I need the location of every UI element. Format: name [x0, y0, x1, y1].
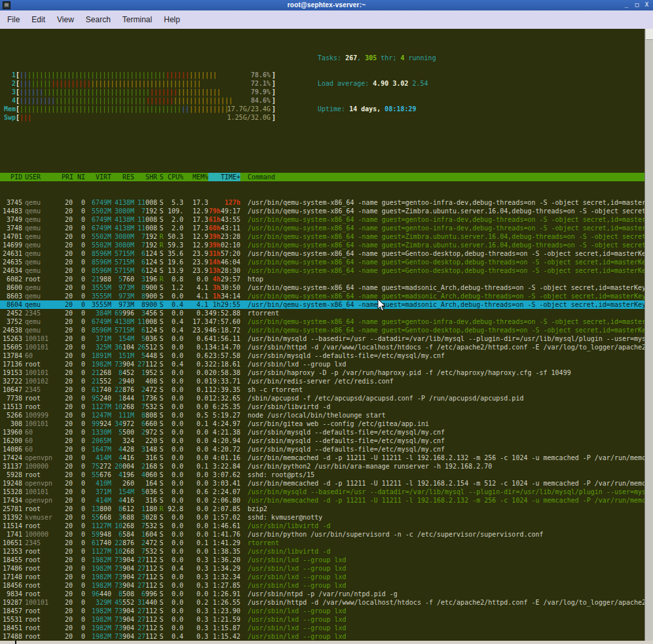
- process-row[interactable]: 3745qemu2006749M4138M11008S5.317.3127h/u…: [0, 198, 653, 207]
- process-row[interactable]: 11513root2001127M102687532S0.00.06:25.35…: [0, 402, 653, 411]
- process-row[interactable]: 17136root2001982M7390427112S0.40.322:18.…: [0, 360, 653, 368]
- process-row[interactable]: 5928root2005567641964060S0.00.03:07.62ss…: [0, 471, 653, 479]
- column-header-mem[interactable]: MEM%: [183, 173, 208, 181]
- process-row[interactable]: 6082root2002198857603196R0.80.04h29:57ht…: [0, 275, 653, 283]
- process-row[interactable]: 18457root2001982M7390427112S0.00.31:23.9…: [0, 607, 653, 615]
- process-row[interactable]: 17411000002005994865841604S0.00.01:41.76…: [0, 530, 653, 539]
- process-row[interactable]: 17434openvpn200414M4416316S0.00.02:06.80…: [0, 496, 653, 505]
- close-button[interactable]: X: [643, 1, 651, 9]
- process-row[interactable]: 7738root2009524018441736S0.00.012:32.65/…: [0, 394, 653, 402]
- column-header-command[interactable]: Command: [248, 173, 653, 181]
- process-row[interactable]: 10651234520061740228762472S0.00.11:41.29…: [0, 539, 653, 547]
- menu-view[interactable]: View: [51, 13, 80, 26]
- process-row[interactable]: 3113710000020075272200042168S0.00.13:22.…: [0, 462, 653, 471]
- process-row[interactable]: 17488root2001982M7390427112S0.40.31:15.4…: [0, 632, 653, 641]
- column-header-pid[interactable]: PID: [0, 173, 22, 181]
- process-row[interactable]: 14483qemu2005502M3080M7192S109.12.979h49…: [0, 207, 653, 215]
- cell-shr: 1180: [134, 505, 157, 513]
- column-header-user[interactable]: USER: [25, 173, 62, 181]
- cell-ni: 0: [73, 224, 85, 232]
- process-row[interactable]: 14701qemu2005502M3080M7192R50.312.939h23…: [0, 232, 653, 241]
- column-header-time[interactable]: TIME+: [208, 173, 240, 181]
- cell-user: root: [25, 615, 62, 624]
- process-row[interactable]: 17486root2001982M7390427112S0.40.31:34.2…: [0, 564, 653, 573]
- process-row[interactable]: 15605100101200325M3610426512S0.00.134:14…: [0, 343, 653, 351]
- cell-shr: 3148: [134, 445, 157, 454]
- process-row[interactable]: 8603qemu2003555M973M8900S0.04.11h34:14/u…: [0, 292, 653, 300]
- process-row[interactable]: 32722100102200215522940408S0.00.019:33.7…: [0, 377, 653, 385]
- menu-terminal[interactable]: Terminal: [117, 13, 158, 26]
- process-row[interactable]: 3748qemu2006749M4138M11008S2.017.360h43:…: [0, 224, 653, 232]
- cell-pri: 20: [62, 385, 73, 394]
- cell-mem: 0.3: [183, 360, 208, 368]
- process-row[interactable]: 18456root2001982M7390427112S0.00.31:27.8…: [0, 581, 653, 590]
- process-row[interactable]: 12353root2001127M102687532S0.00.01:38.35…: [0, 547, 653, 556]
- cell-pri: 20: [62, 343, 73, 351]
- process-row[interactable]: 10647234520061740228762472S0.00.112:39.3…: [0, 385, 653, 394]
- column-header-s[interactable]: S: [157, 173, 166, 181]
- cell-pid: 31137: [0, 462, 22, 471]
- process-row[interactable]: 8604qemu2003555M973M8900S0.44.11h29:55/u…: [0, 300, 653, 309]
- process-row[interactable]: 8600qemu2003555M973M8900S1.24.13h30:50/u…: [0, 283, 653, 292]
- process-row[interactable]: 18451root2001982M7390427112S0.00.31:15.8…: [0, 624, 653, 632]
- process-row[interactable]: 19287100101200329M4555231440S0.00.21:26.…: [0, 598, 653, 607]
- cell-command: /usr/bin/mysqld --basedir=/usr --datadir…: [248, 334, 653, 343]
- process-row[interactable]: 15328100101200371M154M5036S0.00.62:24.07…: [0, 488, 653, 496]
- process-row[interactable]: 24522345200384M699963456S0.00.349:52.88r…: [0, 309, 653, 317]
- process-row[interactable]: 3749qemu2006749M4138M11008S2.017.361h43:…: [0, 215, 653, 224]
- cell-mem: 0.0: [183, 547, 208, 556]
- cell-command: /usr/bin/qemu-system-x86_64 -name guest=…: [248, 300, 653, 309]
- process-row[interactable]: 17424openvpn200414M4416316S0.00.04:01.16…: [0, 454, 653, 462]
- cell-virt: 1647M: [85, 445, 111, 454]
- process-row[interactable]: 16200602002065M324220S0.00.04:20.94/usr/…: [0, 437, 653, 445]
- cell-state: S: [157, 283, 166, 292]
- process-row[interactable]: 15531root2001982M7390427112S0.00.31:21.5…: [0, 615, 653, 624]
- process-row[interactable]: 24635qemu2008596M5715M6124S19.623.914h46…: [0, 258, 653, 266]
- cell-res: 111M: [111, 411, 134, 420]
- cell-command: /usr/bin/mysqld --basedir=/usr --datadir…: [248, 488, 653, 496]
- menu-help[interactable]: Help: [158, 13, 186, 26]
- minimize-button[interactable]: _: [622, 1, 631, 9]
- terminal-scrollbar[interactable]: [644, 29, 653, 644]
- process-row[interactable]: 191531001012002126884521952S0.00.020:58.…: [0, 368, 653, 377]
- cell-ni: 0: [73, 351, 85, 360]
- process-row[interactable]: 3752qemu2006749M4138M11008S0.417.347:57.…: [0, 317, 653, 326]
- process-row[interactable]: 17148root2001982M7390427112S0.00.31:32.3…: [0, 573, 653, 581]
- process-row[interactable]: 52661009992001247M111M8808S0.00.55:19.27…: [0, 411, 653, 420]
- process-row[interactable]: 14699qemu2005502M3080M7192R59.312.939h02…: [0, 241, 653, 249]
- process-row[interactable]: 31392kvmuser2005566836883028S0.00.01:57.…: [0, 513, 653, 522]
- process-row[interactable]: 14086602001647M44283148S0.00.04:20.72/us…: [0, 445, 653, 454]
- process-row[interactable]: 24631qemu2008596M5715M6124S35.623.931h57…: [0, 249, 653, 258]
- process-row[interactable]: 19248openvpn200410M260164S0.00.03:03.41/…: [0, 479, 653, 488]
- column-header-virt[interactable]: VIRT: [85, 173, 111, 181]
- cell-pid: 7738: [0, 394, 22, 402]
- column-header-res[interactable]: RES: [111, 173, 134, 181]
- column-header-ni[interactable]: NI: [73, 173, 85, 181]
- column-header-shr[interactable]: SHR: [134, 173, 157, 181]
- load-average-line: Load average: 4.90 3.02 2.54: [318, 79, 436, 88]
- process-row[interactable]: 15263100101200371M154M5036S0.00.641:56.1…: [0, 334, 653, 343]
- menu-search[interactable]: Search: [80, 13, 117, 26]
- process-row[interactable]: 13960602001330M55002972S0.00.04:21.38/us…: [0, 428, 653, 437]
- process-row[interactable]: 11514root2001127M102687532S0.00.01:46.61…: [0, 522, 653, 530]
- menu-file[interactable]: File: [1, 13, 26, 26]
- cell-time: 1:26.55: [208, 598, 240, 607]
- maximize-button[interactable]: □: [633, 1, 641, 9]
- cell-shr: 8900: [134, 300, 157, 309]
- cell-res: 973M: [111, 300, 134, 309]
- column-header-cpu[interactable]: CPU%: [166, 173, 183, 181]
- process-row[interactable]: 18455root2001982M7390427112S0.00.31:36.2…: [0, 556, 653, 564]
- process-row[interactable]: 13784602001891M151M5448S0.00.623:57.58/u…: [0, 351, 653, 360]
- cell-ni: 0: [73, 428, 85, 437]
- menu-edit[interactable]: Edit: [26, 13, 51, 26]
- title-bar[interactable]: root@sephtex-vserver:~ _ □ X: [0, 0, 653, 10]
- process-row[interactable]: 9834root2009644085086996S0.00.01:26.91/u…: [0, 590, 653, 598]
- process-row[interactable]: 24638qemu2008596M5715M6124S0.423.946:18.…: [0, 326, 653, 334]
- process-row[interactable]: 25781root2001380086121180R92.80.02:07.85…: [0, 505, 653, 513]
- process-row[interactable]: 24634qemu2008596M5715M6124S13.923.913h28…: [0, 266, 653, 275]
- scrollbar-thumb[interactable]: [646, 29, 653, 40]
- column-header-pri[interactable]: PRI: [62, 173, 73, 181]
- cell-command: /usr/sbin/lxd --group lxd: [248, 360, 653, 368]
- cell-res: 4416: [111, 454, 134, 462]
- process-row[interactable]: 30810010120099924349726660S0.00.14:24.97…: [0, 420, 653, 428]
